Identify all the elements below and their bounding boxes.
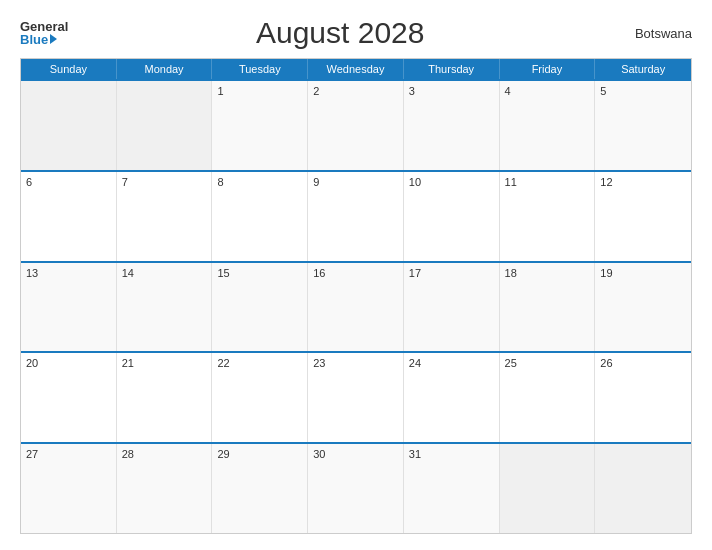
weekday-header-tuesday: Tuesday [212,59,308,79]
day-number: 27 [26,448,111,460]
calendar-week-2: 6789101112 [21,170,691,261]
calendar-cell: 16 [308,263,404,352]
calendar-cell: 10 [404,172,500,261]
calendar-cell: 13 [21,263,117,352]
day-number: 21 [122,357,207,369]
calendar-cell: 26 [595,353,691,442]
day-number: 1 [217,85,302,97]
day-number: 10 [409,176,494,188]
calendar-week-4: 20212223242526 [21,351,691,442]
calendar-cell [117,81,213,170]
day-number: 6 [26,176,111,188]
calendar-cell: 6 [21,172,117,261]
day-number: 4 [505,85,590,97]
calendar-cell: 20 [21,353,117,442]
calendar-cell: 7 [117,172,213,261]
day-number: 20 [26,357,111,369]
calendar-cell: 19 [595,263,691,352]
calendar-cell: 12 [595,172,691,261]
day-number: 31 [409,448,494,460]
day-number: 14 [122,267,207,279]
day-number: 13 [26,267,111,279]
day-number: 11 [505,176,590,188]
calendar-cell: 29 [212,444,308,533]
day-number: 30 [313,448,398,460]
day-number: 23 [313,357,398,369]
calendar-cell: 2 [308,81,404,170]
logo-triangle-icon [50,34,57,44]
calendar-cell: 3 [404,81,500,170]
calendar-cell: 30 [308,444,404,533]
day-number: 12 [600,176,686,188]
calendar-cell [21,81,117,170]
weekday-header-saturday: Saturday [595,59,691,79]
day-number: 29 [217,448,302,460]
day-number: 16 [313,267,398,279]
day-number: 24 [409,357,494,369]
day-number: 18 [505,267,590,279]
calendar-cell: 9 [308,172,404,261]
calendar-week-3: 13141516171819 [21,261,691,352]
logo-blue-text: Blue [20,33,57,46]
calendar-cell [595,444,691,533]
weekday-header-wednesday: Wednesday [308,59,404,79]
day-number: 17 [409,267,494,279]
page: General Blue August 2028 Botswana Sunday… [0,0,712,550]
day-number: 19 [600,267,686,279]
day-number: 15 [217,267,302,279]
calendar-cell: 23 [308,353,404,442]
calendar-cell: 15 [212,263,308,352]
calendar-cell: 8 [212,172,308,261]
calendar-title: August 2028 [68,16,612,50]
calendar-cell: 24 [404,353,500,442]
calendar-cell: 11 [500,172,596,261]
weekday-header-thursday: Thursday [404,59,500,79]
header: General Blue August 2028 Botswana [20,16,692,50]
calendar-cell: 31 [404,444,500,533]
calendar-cell: 21 [117,353,213,442]
weekday-header-friday: Friday [500,59,596,79]
calendar-cell: 25 [500,353,596,442]
calendar-cell: 1 [212,81,308,170]
day-number: 3 [409,85,494,97]
calendar-week-5: 2728293031 [21,442,691,533]
calendar-cell: 18 [500,263,596,352]
day-number: 26 [600,357,686,369]
calendar-cell: 17 [404,263,500,352]
calendar-cell: 14 [117,263,213,352]
calendar-cell: 22 [212,353,308,442]
calendar-cell: 5 [595,81,691,170]
calendar-header: SundayMondayTuesdayWednesdayThursdayFrid… [21,59,691,79]
day-number: 9 [313,176,398,188]
day-number: 22 [217,357,302,369]
day-number: 28 [122,448,207,460]
calendar-cell [500,444,596,533]
day-number: 8 [217,176,302,188]
day-number: 5 [600,85,686,97]
calendar-week-1: 12345 [21,79,691,170]
country-label: Botswana [612,26,692,41]
calendar-cell: 27 [21,444,117,533]
day-number: 7 [122,176,207,188]
weekday-header-sunday: Sunday [21,59,117,79]
logo: General Blue [20,20,68,46]
calendar-cell: 28 [117,444,213,533]
day-number: 25 [505,357,590,369]
calendar-body: 1234567891011121314151617181920212223242… [21,79,691,533]
calendar: SundayMondayTuesdayWednesdayThursdayFrid… [20,58,692,534]
calendar-cell: 4 [500,81,596,170]
weekday-header-monday: Monday [117,59,213,79]
day-number: 2 [313,85,398,97]
